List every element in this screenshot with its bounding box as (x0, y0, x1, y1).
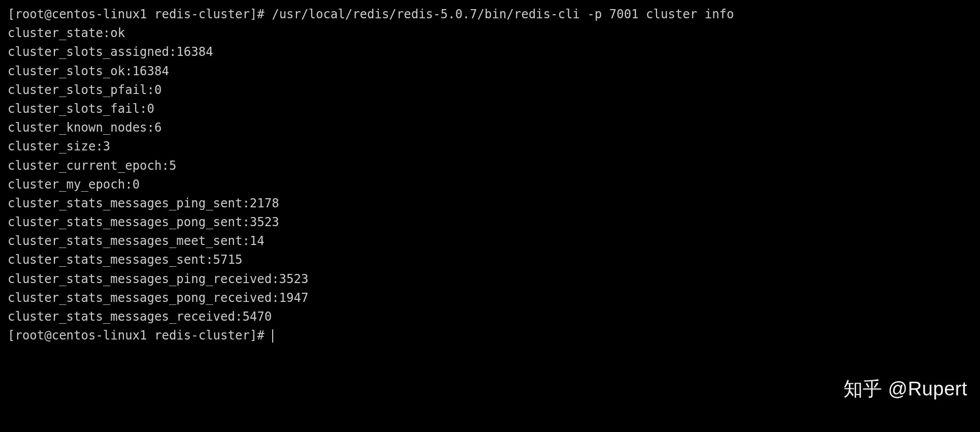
output-line: cluster_my_epoch:0 (8, 175, 972, 194)
output-line: cluster_stats_messages_pong_sent:3523 (8, 213, 972, 232)
command-line: [root@centos-linux1 redis-cluster]# /usr… (8, 5, 972, 24)
output-line: cluster_slots_ok:16384 (8, 62, 972, 81)
output-line: cluster_slots_pfail:0 (8, 81, 972, 100)
shell-prompt: [root@centos-linux1 redis-cluster]# (8, 328, 272, 343)
watermark-text: 知乎 @Rupert (843, 374, 967, 404)
output-line: cluster_stats_messages_meet_sent:14 (8, 232, 972, 251)
command-text: /usr/local/redis/redis-5.0.7/bin/redis-c… (265, 7, 734, 21)
shell-prompt: [root@centos-linux1 redis-cluster]# (8, 7, 265, 21)
output-line: cluster_known_nodes:6 (8, 118, 972, 137)
terminal-output[interactable]: [root@centos-linux1 redis-cluster]# /usr… (8, 5, 972, 345)
cursor-icon (272, 329, 273, 343)
output-line: cluster_stats_messages_ping_sent:2178 (8, 194, 972, 213)
output-line: cluster_stats_messages_ping_received:352… (8, 270, 972, 289)
output-line: cluster_stats_messages_received:5470 (8, 307, 972, 326)
output-line: cluster_current_epoch:5 (8, 157, 972, 175)
output-line: cluster_stats_messages_sent:5715 (8, 251, 972, 269)
shell-prompt-idle: [root@centos-linux1 redis-cluster]# (8, 326, 972, 345)
output-line: cluster_stats_messages_pong_received:194… (8, 289, 972, 307)
output-line: cluster_size:3 (8, 137, 972, 156)
output-line: cluster_slots_fail:0 (8, 100, 972, 118)
output-line: cluster_slots_assigned:16384 (8, 43, 972, 61)
output-line: cluster_state:ok (8, 24, 972, 43)
